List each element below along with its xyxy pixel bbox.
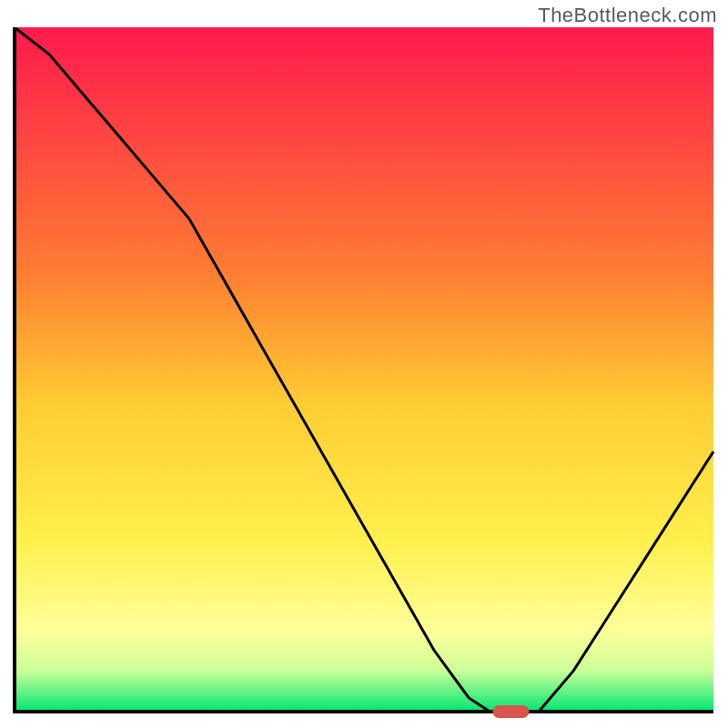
bottleneck-chart [9,27,719,719]
watermark-text: TheBottleneck.com [538,4,717,27]
plot-background [15,27,713,712]
optimal-marker [492,705,529,718]
chart-svg [9,27,719,719]
